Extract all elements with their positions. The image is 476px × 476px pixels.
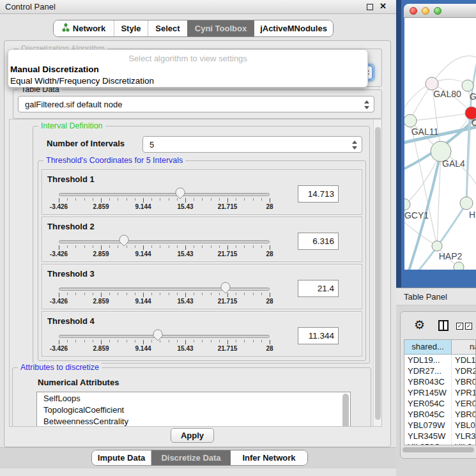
threshold-4-slider-track[interactable] [59, 335, 270, 338]
threshold-3-panel: Threshold 3 -3.4262.8599.14415.4321.7152… [42, 264, 362, 309]
threshold-3-value-field[interactable]: 21.4 [298, 280, 339, 297]
table-row[interactable]: YPR145WYPR1 [404, 387, 475, 398]
table-cell[interactable]: YDR2 [452, 365, 475, 376]
table-row[interactable]: YBR045CYBR0 [404, 409, 475, 420]
gal11-node[interactable] [404, 114, 417, 127]
close-icon[interactable]: ✕ [380, 1, 387, 11]
dropdown-option-manual-discretization[interactable]: Manual Discretization [10, 65, 99, 74]
e-node[interactable] [460, 197, 473, 210]
column-header-shared-name[interactable]: shared... [404, 340, 452, 354]
window-close-button[interactable] [410, 7, 417, 15]
dropdown-placeholder-option[interactable]: Select algorithm to view settings [8, 54, 367, 63]
network-canvas[interactable]: GAL80GACGAL11GAL4GCY1HHAP2 [404, 18, 476, 270]
column-header-name[interactable]: na [452, 340, 475, 354]
table-data-combobox[interactable]: galFiltered.sif default node [18, 96, 374, 112]
threshold-2-value-field[interactable]: 6.316 [298, 233, 339, 250]
table-cell[interactable]: YDL19... [404, 355, 452, 365]
table-row[interactable]: YLR345WYLR3 [404, 431, 475, 441]
s-node[interactable] [454, 262, 464, 270]
network-edge[interactable] [410, 113, 472, 121]
table-cell[interactable]: YLR345W [404, 431, 452, 441]
tab-jactivemnodules[interactable]: jActiveMNodules [254, 20, 333, 36]
table-row[interactable]: YER054CYER0 [404, 398, 475, 409]
slider-tick-label: 28 [266, 203, 273, 210]
network-graph[interactable]: GAL80GACGAL11GAL4GCY1HHAP2 [404, 18, 476, 270]
gal80-node[interactable] [426, 77, 438, 90]
table-cell[interactable]: YER054C [404, 398, 452, 409]
checkbox-icon[interactable]: ✓ [465, 323, 472, 330]
attribute-list-item[interactable]: TopologicalCoefficient [37, 404, 350, 415]
table-cell[interactable]: YBR0 [452, 376, 475, 387]
threshold-1-slider-thumb[interactable] [175, 187, 185, 199]
table-row[interactable]: YIL052CYIL0 [404, 441, 475, 445]
threshold-4-value-field[interactable]: 11.344 [298, 327, 339, 344]
table-cell[interactable]: YIL052C [404, 441, 452, 445]
table-row[interactable]: YBL079WYBL0 [404, 420, 475, 431]
table-row[interactable]: YBR043CYBR0 [404, 376, 475, 387]
interval-definition-label: Interval Definition [38, 121, 105, 130]
dropdown-option-equal-width[interactable]: Equal Width/Frequency Discretization [10, 76, 154, 86]
tab-impute-data[interactable]: Impute Data [92, 450, 151, 465]
control-panel-titlebar: Control Panel ✕ [0, 0, 396, 14]
combobox-stepper-icon[interactable] [351, 139, 358, 151]
table-cell[interactable]: YIL0 [452, 441, 475, 445]
tab-network[interactable]: Network [54, 20, 114, 36]
tab-infer-network[interactable]: Infer Network [231, 450, 307, 465]
threshold-1-value-field[interactable]: 14.713 [298, 185, 339, 203]
node-label: H [469, 210, 475, 220]
split-columns-icon[interactable] [438, 320, 449, 331]
threshold-3-slider-track[interactable] [59, 288, 270, 291]
node-label: C [472, 118, 476, 128]
table-cell[interactable]: YBR045C [404, 409, 452, 420]
table-cell[interactable]: YPR145W [404, 387, 452, 398]
table-header-row: shared... na [404, 340, 475, 355]
threshold-4-slider-thumb[interactable] [153, 329, 163, 341]
list-scrollbar[interactable] [342, 394, 349, 427]
table-cell[interactable]: YER0 [452, 398, 475, 409]
window-minimize-button[interactable] [422, 7, 429, 15]
settings-vertical-scrollbar[interactable] [373, 119, 381, 426]
tab-select[interactable]: Select [148, 20, 187, 36]
tab-cyni-toolbox[interactable]: Cyni Toolbox [187, 20, 254, 36]
slider-tick-labels: -3.4262.8599.14415.4321.71528 [59, 203, 270, 211]
table-cell[interactable]: YDL1 [452, 355, 475, 365]
table-cell[interactable]: YLR3 [452, 431, 475, 441]
threshold-3-slider-thumb[interactable] [220, 282, 231, 294]
threshold-1-slider-track[interactable] [59, 193, 270, 196]
threshold-2-slider-thumb[interactable] [119, 234, 129, 247]
ne-node[interactable] [462, 80, 473, 91]
combobox-stepper-icon[interactable] [364, 99, 370, 111]
slider-tick-label: -3.426 [50, 345, 68, 352]
numerical-attributes-list[interactable]: SelfLoopsTopologicalCoefficientBetweenne… [36, 392, 351, 427]
table-row[interactable]: YDR27...YDR2 [404, 365, 475, 376]
algorithm-dropdown-popup: Select algorithm to view settings Manual… [8, 49, 368, 88]
table-cell[interactable]: YBR0 [452, 409, 475, 420]
number-of-intervals-combobox[interactable]: 5 [142, 136, 362, 153]
tab-style[interactable]: Style [114, 20, 148, 36]
attribute-list-item[interactable]: BetweennessCentrality [37, 415, 350, 427]
table-cell[interactable]: YDR27... [404, 365, 452, 376]
network-window-titlebar[interactable] [404, 4, 476, 18]
hap2-node[interactable] [432, 241, 442, 251]
window-zoom-button[interactable] [434, 7, 441, 15]
node-label: GCY1 [404, 210, 429, 220]
attribute-list-item[interactable]: SelfLoops [37, 392, 350, 404]
scrollbar-thumb[interactable] [375, 127, 381, 420]
application-window: Control Panel ✕ Network Style Select [0, 0, 476, 476]
node-label: GA [470, 91, 476, 102]
apply-button[interactable]: Apply [171, 428, 214, 443]
float-window-icon[interactable] [367, 4, 373, 10]
tab-cyni-toolbox-label: Cyni Toolbox [195, 24, 247, 33]
threshold-2-slider-track[interactable] [59, 240, 270, 243]
table-cell[interactable]: YBL079W [404, 420, 452, 431]
gear-icon[interactable]: ⚙ [414, 318, 425, 332]
checkbox-icon[interactable]: ✓ [456, 323, 463, 330]
table-horizontal-scrollbar[interactable] [403, 447, 474, 452]
threshold-2-label: Threshold 2 [47, 222, 95, 231]
tab-discretize-data[interactable]: Discretize Data [151, 450, 231, 465]
table-cell[interactable]: YPR1 [452, 387, 475, 398]
slider-tick-label: 15.43 [177, 345, 193, 352]
table-cell[interactable]: YBR043C [404, 376, 452, 387]
table-cell[interactable]: YBL0 [452, 420, 475, 431]
table-row[interactable]: YDL19...YDL1 [404, 355, 475, 365]
